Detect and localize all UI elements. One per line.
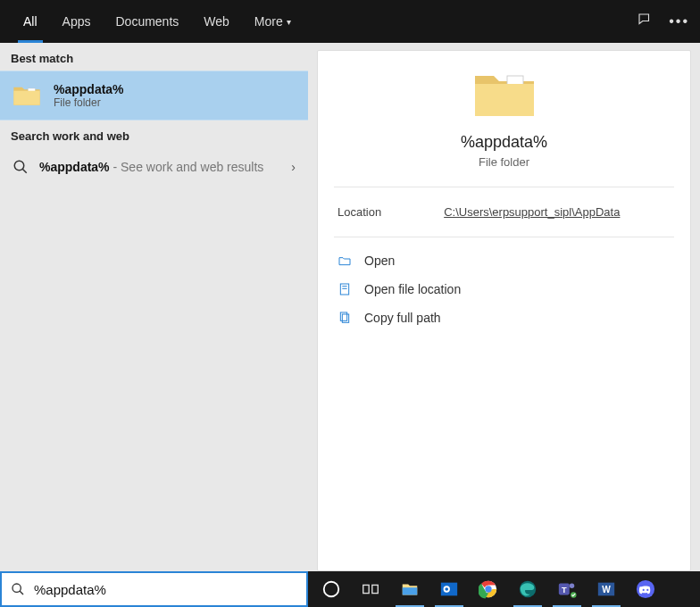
taskbar-taskview[interactable] [353, 571, 388, 607]
copy-icon [338, 311, 352, 325]
open-icon [338, 254, 352, 268]
tab-web[interactable]: Web [191, 0, 242, 43]
taskbar-outlook[interactable] [431, 571, 467, 607]
search-icon [11, 582, 25, 596]
svg-rect-4 [340, 284, 348, 295]
folder-icon [12, 83, 41, 108]
preview-title: %appdata% [318, 133, 690, 152]
svg-text:W: W [602, 585, 611, 595]
tab-more[interactable]: More▾ [242, 0, 304, 43]
svg-point-23 [570, 584, 575, 589]
svg-point-1 [14, 161, 24, 170]
taskbar-teams[interactable]: T [549, 571, 585, 607]
search-input[interactable] [34, 582, 297, 597]
svg-rect-7 [340, 312, 346, 320]
search-web-item[interactable]: %appdata% - See work and web results › [0, 148, 308, 186]
svg-point-28 [643, 589, 645, 591]
tab-all[interactable]: All [11, 0, 50, 43]
open-location-icon [338, 282, 352, 296]
preview-folder-icon [318, 67, 690, 122]
svg-line-10 [20, 591, 23, 595]
location-label: Location [338, 205, 381, 219]
svg-rect-12 [363, 585, 369, 593]
search-web-suffix: - See work and web results [110, 160, 264, 174]
search-input-container[interactable] [0, 571, 308, 607]
svg-point-9 [12, 584, 21, 592]
search-work-web-heading: Search work and web [0, 121, 308, 148]
svg-rect-13 [372, 585, 378, 593]
taskbar: T W [308, 571, 700, 607]
best-match-subtitle: File folder [54, 96, 124, 109]
action-open[interactable]: Open [334, 246, 674, 275]
preview-subtitle: File folder [318, 155, 690, 169]
action-open-file-location[interactable]: Open file location [334, 275, 674, 304]
search-web-term: %appdata% [39, 160, 110, 174]
best-match-heading: Best match [0, 43, 308, 71]
taskbar-explorer[interactable] [392, 571, 428, 607]
chevron-right-icon: › [291, 160, 296, 174]
svg-point-17 [445, 587, 448, 591]
best-match-item[interactable]: %appdata% File folder [0, 71, 308, 121]
taskbar-cortana[interactable] [313, 571, 349, 607]
svg-point-29 [646, 589, 648, 591]
preview-pane: %appdata% File folder Location C:\Users\… [317, 50, 691, 571]
taskbar-word[interactable]: W [588, 571, 624, 607]
action-copy-full-path[interactable]: Copy full path [334, 304, 674, 332]
svg-point-11 [324, 582, 339, 597]
search-icon [12, 159, 29, 175]
location-path[interactable]: C:\Users\erpsupport_sipl\AppData [444, 205, 620, 219]
results-pane: Best match %appdata% File folder Search … [0, 43, 308, 571]
search-scope-tabs: All Apps Documents Web More▾ [11, 0, 304, 43]
feedback-icon[interactable] [637, 12, 653, 31]
svg-text:T: T [562, 586, 567, 595]
taskbar-discord[interactable] [628, 571, 663, 607]
more-options-icon[interactable]: ••• [669, 13, 689, 29]
svg-line-2 [22, 169, 27, 173]
taskbar-chrome[interactable] [471, 571, 506, 607]
best-match-title: %appdata% [54, 82, 124, 96]
svg-point-19 [485, 586, 491, 592]
tab-documents[interactable]: Documents [103, 0, 191, 43]
svg-rect-8 [342, 314, 348, 322]
svg-rect-14 [403, 587, 418, 595]
tab-apps[interactable]: Apps [50, 0, 104, 43]
taskbar-edge[interactable] [510, 571, 546, 607]
